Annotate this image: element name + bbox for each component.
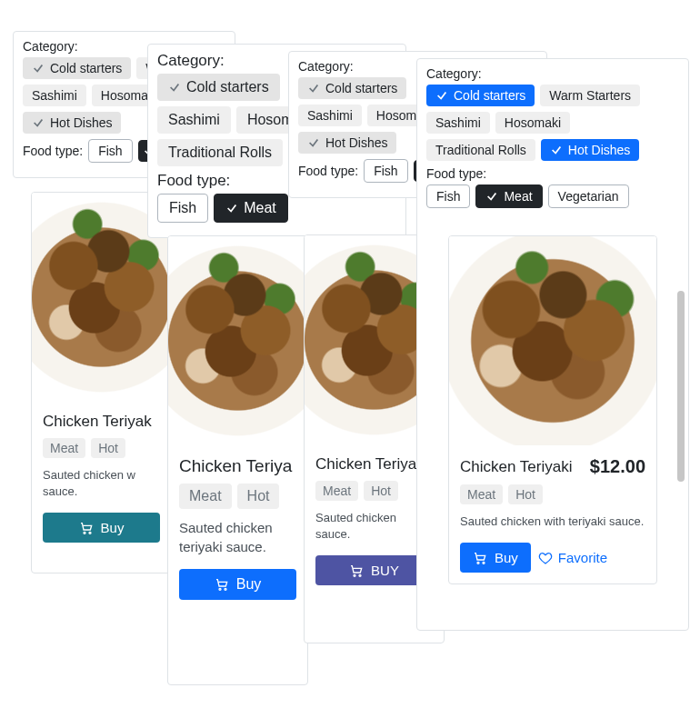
buy-label: Buy [236, 576, 262, 593]
chip-label: Hot Dishes [568, 143, 630, 157]
svg-point-1 [89, 532, 91, 534]
buy-button[interactable]: Buy [460, 543, 531, 573]
chip-label: Cold starters [50, 61, 122, 75]
buy-button[interactable]: Buy [179, 569, 296, 600]
category-label: Category: [426, 66, 679, 81]
tag-meat: Meat [43, 438, 85, 458]
chip-cold-starters[interactable]: Cold starters [157, 74, 280, 101]
buy-label: Buy [495, 550, 518, 565]
pill-fish[interactable]: Fish [426, 184, 470, 208]
chip-hot-dishes[interactable]: Hot Dishes [541, 139, 639, 161]
chip-hot-dishes[interactable]: Hot Dishes [23, 112, 121, 134]
chip-label: Cold starters [454, 88, 525, 103]
cart-icon [473, 551, 487, 565]
chip-cold-starters[interactable]: Cold starters [426, 85, 535, 106]
pill-label: Meat [244, 200, 276, 216]
tag-hot: Hot [91, 438, 125, 458]
check-icon [168, 81, 181, 94]
chip-cold-starters[interactable]: Cold starters [23, 57, 131, 79]
svg-point-7 [483, 562, 485, 563]
svg-point-6 [477, 562, 479, 563]
svg-point-4 [354, 574, 355, 576]
buy-button[interactable]: BUY [315, 555, 433, 585]
svg-point-0 [84, 532, 85, 534]
svg-point-2 [219, 588, 221, 590]
svg-point-5 [359, 574, 361, 576]
check-icon [307, 82, 320, 95]
product-title: Chicken Teriyak [43, 413, 160, 431]
pill-fish[interactable]: Fish [364, 159, 407, 183]
food-type-label: Food type: [23, 144, 83, 158]
scrollbar-thumb[interactable] [677, 291, 685, 482]
buy-button[interactable]: Buy [43, 513, 160, 543]
pill-fish[interactable]: Fish [88, 139, 132, 163]
product-card: Chicken Teriya Meat Hot Sauted chicken t… [167, 235, 308, 685]
tag-meat: Meat [315, 481, 358, 501]
check-icon [225, 202, 238, 214]
product-desc: Sauted chicken w sauce. [43, 467, 160, 500]
tag-hot: Hot [364, 481, 398, 501]
cart-icon [349, 563, 364, 578]
check-icon [307, 136, 320, 149]
cart-icon [79, 521, 94, 535]
tag-meat: Meat [460, 484, 503, 504]
chip-label: Cold starters [186, 79, 269, 95]
pill-label: Meat [504, 189, 532, 204]
cart-icon [215, 577, 229, 592]
product-card: Chicken Teriyak Meat Hot Sauted chicken … [31, 192, 172, 573]
chip-traditional-rolls[interactable]: Traditional Rolls [157, 139, 283, 166]
chip-cold-starters[interactable]: Cold starters [298, 77, 406, 99]
product-image [449, 236, 656, 445]
buy-label: BUY [371, 563, 399, 578]
chip-label: Hot Dishes [325, 135, 387, 150]
tag-meat: Meat [179, 484, 232, 509]
chip-warm-starters[interactable]: Warm Starters [540, 85, 640, 106]
pill-meat[interactable]: Meat [214, 194, 288, 223]
chip-traditional-rolls[interactable]: Traditional Rolls [426, 139, 535, 161]
check-icon [550, 144, 563, 156]
buy-label: Buy [101, 520, 125, 535]
heart-icon [538, 551, 553, 565]
product-desc: Sauted chicken sauce. [315, 510, 433, 543]
product-desc: Sauted chicken with teriyaki sauce. [460, 514, 645, 530]
chip-label: Hot Dishes [50, 115, 112, 130]
chip-sashimi[interactable]: Sashimi [157, 106, 231, 134]
product-card: Chicken Teriyaki $12.00 Meat Hot Sauted … [448, 235, 657, 584]
tag-hot: Hot [237, 484, 280, 509]
filter-panel-v4: Category: Cold starters Warm Starters Sa… [416, 58, 689, 631]
chip-hot-dishes[interactable]: Hot Dishes [298, 132, 396, 154]
food-type-label: Food type: [426, 166, 679, 181]
check-icon [485, 190, 498, 203]
check-icon [32, 62, 45, 75]
chip-hosomaki[interactable]: Hosomaki [495, 112, 570, 134]
check-icon [32, 116, 45, 129]
product-title: Chicken Teriyaki [460, 458, 572, 476]
product-title: Chicken Teriyal [315, 455, 433, 474]
svg-point-3 [225, 588, 226, 590]
favorite-button[interactable]: Favorite [538, 550, 607, 565]
chip-sashimi[interactable]: Sashimi [23, 85, 86, 106]
food-type-label: Food type: [298, 164, 358, 178]
pill-vegetarian[interactable]: Vegetarian [548, 184, 629, 208]
chip-label: Cold starters [325, 81, 397, 95]
product-title: Chicken Teriya [179, 456, 296, 476]
product-image [168, 236, 307, 445]
favorite-label: Favorite [558, 550, 607, 565]
chip-sashimi[interactable]: Sashimi [426, 112, 490, 134]
tag-hot: Hot [508, 484, 543, 504]
check-icon [435, 89, 448, 102]
chip-sashimi[interactable]: Sashimi [298, 105, 362, 126]
product-price: $12.00 [590, 456, 645, 477]
pill-fish[interactable]: Fish [157, 194, 208, 223]
pill-meat[interactable]: Meat [475, 184, 542, 208]
product-desc: Sauted chicken teriyaki sauce. [179, 518, 296, 556]
